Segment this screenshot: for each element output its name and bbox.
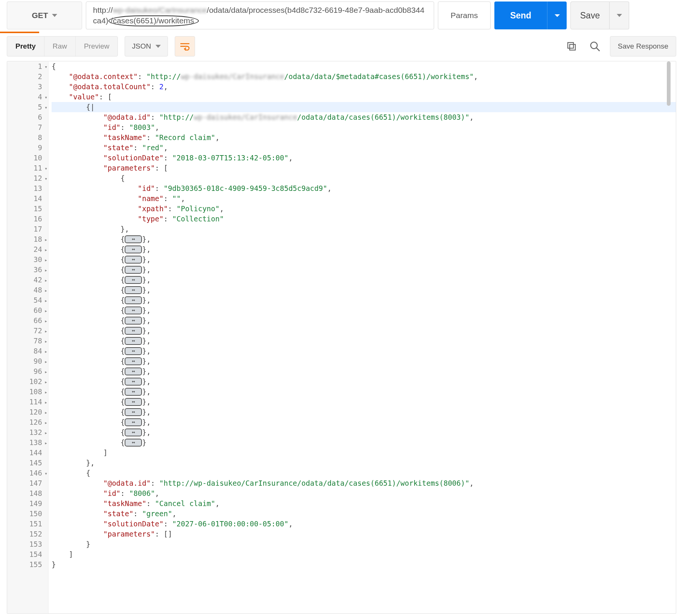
tab-raw[interactable]: Raw: [44, 37, 76, 56]
chevron-down-icon: [617, 14, 622, 17]
send-button-group: Send: [494, 2, 567, 29]
send-button[interactable]: Send: [494, 2, 547, 29]
svg-rect-1: [570, 44, 575, 50]
save-button-group: Save: [570, 2, 629, 29]
save-dropdown-button[interactable]: [610, 2, 629, 29]
chevron-down-icon: [555, 14, 560, 17]
svg-rect-2: [568, 43, 573, 48]
response-viewer-toolbar: Pretty Raw Preview JSON Save Response: [0, 33, 683, 59]
save-response-button[interactable]: Save Response: [610, 36, 676, 56]
wrap-lines-toggle[interactable]: [175, 36, 195, 56]
copy-button[interactable]: [563, 38, 580, 55]
response-body-viewer: 1234567891011121314151617182430364248546…: [7, 61, 676, 614]
format-label: JSON: [132, 42, 151, 50]
svg-point-3: [591, 42, 598, 49]
url-highlighted-segment: /cases(6651)/workitems: [108, 15, 199, 26]
svg-line-4: [596, 48, 600, 51]
line-number-gutter[interactable]: 1234567891011121314151617182430364248546…: [7, 61, 49, 613]
tab-pretty[interactable]: Pretty: [7, 37, 44, 56]
body-view-tabs: Pretty Raw Preview: [7, 36, 118, 56]
http-method-select[interactable]: GET: [7, 2, 82, 29]
url-host-blurred: wp-daisukeo/CarInsurance: [113, 6, 207, 14]
send-dropdown-button[interactable]: [547, 2, 567, 29]
format-select[interactable]: JSON: [125, 36, 168, 56]
scrollbar[interactable]: [667, 61, 671, 613]
copy-icon: [566, 41, 577, 52]
save-button[interactable]: Save: [570, 2, 610, 29]
search-icon: [589, 41, 601, 52]
chevron-down-icon: [52, 14, 57, 17]
tab-preview[interactable]: Preview: [76, 37, 118, 56]
url-scheme: http://: [93, 6, 113, 14]
params-button[interactable]: Params: [438, 2, 491, 29]
code-content[interactable]: { "@odata.context": "http://wp-daisukeo/…: [49, 61, 676, 570]
url-input[interactable]: http://wp-daisukeo/CarInsurance/odata/da…: [86, 2, 434, 29]
http-method-label: GET: [32, 11, 48, 20]
scrollbar-thumb[interactable]: [667, 61, 671, 106]
search-button[interactable]: [587, 38, 603, 55]
wrap-icon: [180, 42, 190, 50]
chevron-down-icon: [156, 45, 161, 48]
